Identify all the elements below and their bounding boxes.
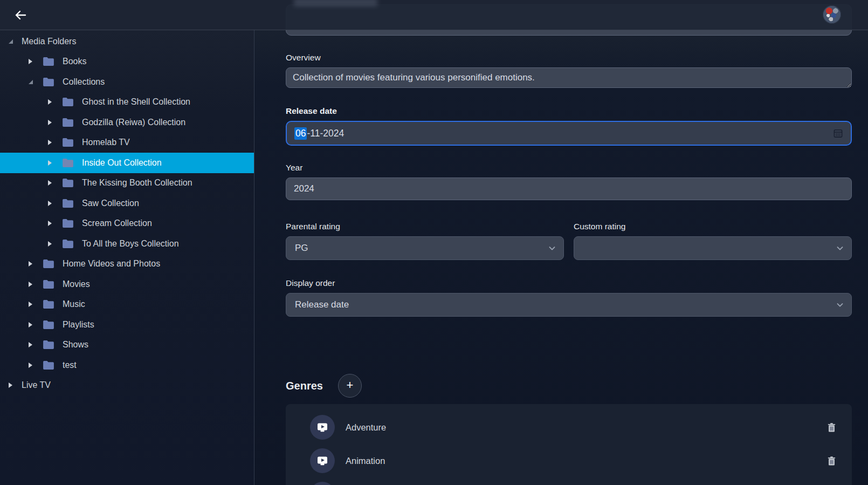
sidebar-item-collections[interactable]: Collections <box>0 72 254 92</box>
chevron-right-icon[interactable] <box>9 382 12 388</box>
folder-icon <box>43 320 54 330</box>
sidebar-item-label: test <box>63 360 77 370</box>
sidebar-item-inside-out-collection[interactable]: Inside Out Collection <box>0 153 254 173</box>
chevron-right-icon[interactable] <box>48 201 52 206</box>
sidebar-item-homelab-tv[interactable]: Homelab TV <box>0 133 254 153</box>
genre-name: Adventure <box>346 422 386 433</box>
media-folder-tree: Media Folders Books Collections Ghost in… <box>0 30 254 485</box>
sidebar-item-label: Media Folders <box>22 37 76 46</box>
chevron-right-icon[interactable] <box>29 59 32 64</box>
date-day-segment[interactable]: 06 <box>294 127 307 140</box>
chevron-expanded-icon[interactable] <box>9 39 13 44</box>
chevron-right-icon[interactable] <box>29 302 32 307</box>
sidebar-item-to-all-the-boys-collection[interactable]: To All the Boys Collection <box>0 234 254 254</box>
sidebar-item-label: Playlists <box>63 320 94 330</box>
parental-rating-select[interactable]: PG <box>286 236 564 260</box>
chevron-right-icon[interactable] <box>29 322 32 327</box>
sidebar-item-playlists[interactable]: Playlists <box>0 315 254 335</box>
sidebar-item-movies[interactable]: Movies <box>0 274 254 295</box>
sidebar-item-label: Collections <box>63 77 105 87</box>
genre-avatar <box>310 448 335 473</box>
sidebar-item-test[interactable]: test <box>0 355 254 375</box>
user-avatar[interactable] <box>823 5 841 24</box>
year-input[interactable] <box>286 177 852 200</box>
folder-icon <box>62 118 74 127</box>
delete-genre-button[interactable] <box>828 423 836 432</box>
sidebar-item-scream-collection[interactable]: Scream Collection <box>0 214 254 234</box>
delete-genre-button[interactable] <box>828 456 836 466</box>
back-button[interactable] <box>10 4 31 26</box>
chevron-right-icon[interactable] <box>48 180 52 186</box>
chevron-right-icon[interactable] <box>29 342 32 347</box>
folder-icon <box>62 97 74 107</box>
obscured-field-label <box>294 0 377 6</box>
video-genre-icon <box>316 454 329 467</box>
trash-icon <box>828 456 836 466</box>
chevron-expanded-icon[interactable] <box>29 80 33 84</box>
sidebar-item-label: Shows <box>63 340 88 350</box>
chevron-right-icon[interactable] <box>29 282 32 287</box>
chevron-down-icon <box>835 243 845 253</box>
overview-textarea[interactable]: Collection of movies featuring various p… <box>286 67 852 88</box>
parental-rating-label: Parental rating <box>286 222 564 231</box>
folder-icon <box>43 57 54 66</box>
list-item-adventure: Adventure <box>310 411 836 444</box>
sidebar-item-label: The Kissing Booth Collection <box>82 178 192 188</box>
video-genre-icon <box>316 421 329 434</box>
display-order-label: Display order <box>286 278 852 288</box>
list-item-animation: Animation <box>310 444 836 477</box>
sidebar-item-the-kissing-booth-collection[interactable]: The Kissing Booth Collection <box>0 173 254 194</box>
folder-icon <box>43 360 54 370</box>
genre-avatar <box>310 415 335 440</box>
chevron-right-icon[interactable] <box>29 261 32 267</box>
chevron-right-icon[interactable] <box>48 160 52 166</box>
genre-avatar <box>310 482 335 485</box>
display-order-value: Release date <box>295 299 349 310</box>
folder-icon <box>43 259 54 269</box>
folder-icon <box>62 239 74 249</box>
sidebar-item-label: Inside Out Collection <box>82 158 162 168</box>
sidebar-item-label: Live TV <box>22 380 51 390</box>
folder-icon <box>62 178 74 188</box>
metadata-editor-form: Overview Collection of movies featuring … <box>254 30 868 485</box>
custom-rating-select[interactable] <box>574 236 852 260</box>
display-order-select[interactable]: Release date <box>286 293 852 317</box>
genres-list: Adventure Animation <box>286 404 852 485</box>
sidebar-item-godzilla-reiwa-collection[interactable]: Godzilla (Reiwa) Collection <box>0 112 254 133</box>
folder-icon <box>43 340 54 350</box>
sidebar-item-saw-collection[interactable]: Saw Collection <box>0 193 254 214</box>
chevron-right-icon[interactable] <box>48 140 52 145</box>
chevron-right-icon[interactable] <box>29 363 32 368</box>
sidebar-item-label: Music <box>63 299 85 309</box>
sidebar-item-label: Godzilla (Reiwa) Collection <box>82 118 185 127</box>
folder-icon <box>62 158 74 168</box>
chevron-right-icon[interactable] <box>48 241 52 247</box>
date-rest-segment[interactable]: -11-2024 <box>307 128 344 139</box>
chevron-right-icon[interactable] <box>48 120 52 125</box>
custom-rating-label: Custom rating <box>574 222 852 231</box>
folder-icon <box>62 199 74 208</box>
sidebar-item-music[interactable]: Music <box>0 295 254 315</box>
parental-rating-value: PG <box>295 243 308 254</box>
add-genre-button[interactable]: + <box>338 374 362 398</box>
sidebar-item-label: Home Videos and Photos <box>63 259 160 269</box>
sidebar-item-ghost-in-the-shell-collection[interactable]: Ghost in the Shell Collection <box>0 92 254 113</box>
sidebar-item-home-videos-and-photos[interactable]: Home Videos and Photos <box>0 254 254 275</box>
genres-section-title: Genres <box>286 380 323 392</box>
top-header-bar <box>0 0 868 30</box>
folder-icon <box>62 218 74 228</box>
folder-icon <box>62 138 74 147</box>
sidebar-item-books[interactable]: Books <box>0 52 254 72</box>
sidebar-item-label: Movies <box>63 279 90 289</box>
year-label: Year <box>286 163 852 173</box>
sidebar-item-label: Homelab TV <box>82 138 130 147</box>
release-date-input[interactable]: 06-11-2024 <box>286 121 852 146</box>
chevron-right-icon[interactable] <box>48 99 52 105</box>
calendar-icon[interactable] <box>833 128 843 139</box>
sidebar-item-shows[interactable]: Shows <box>0 335 254 356</box>
chevron-right-icon[interactable] <box>48 221 52 226</box>
sidebar-item-live-tv[interactable]: Live TV <box>0 375 254 396</box>
sidebar-item-media-folders[interactable]: Media Folders <box>0 31 254 52</box>
release-date-label: Release date <box>286 106 852 116</box>
chevron-down-icon <box>835 300 845 310</box>
